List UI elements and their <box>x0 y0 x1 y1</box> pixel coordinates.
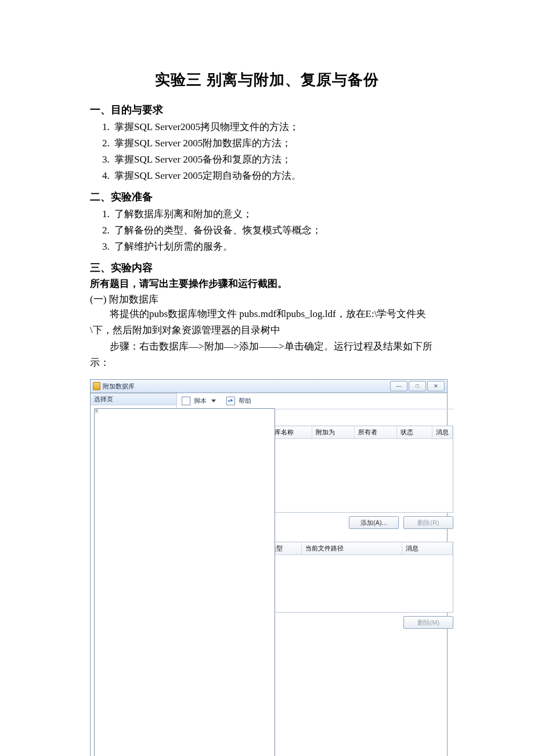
col-header[interactable]: 状态 <box>397 426 432 438</box>
col-header[interactable]: 消息 <box>402 542 453 555</box>
list-item: 掌握SQL Server 2005附加数据库的方法； <box>112 135 444 152</box>
dialog-title: 附加数据库 <box>103 382 135 391</box>
sub1-title: (一) 附加数据库 <box>90 293 444 306</box>
list-item: 掌握SQL Server 2005定期自动备份的方法。 <box>112 168 444 184</box>
section3-note: 所有题目，请写出主要操作步骤和运行截图。 <box>90 277 444 290</box>
doc-title: 实验三 别离与附加、复原与备份 <box>90 70 444 90</box>
section3-heading: 三、实验内容 <box>90 261 444 275</box>
list-item: 掌握SQL Server2005拷贝物理文件的方法； <box>112 119 444 135</box>
remove-button[interactable]: 删除(R) <box>403 516 453 529</box>
col-header[interactable]: 当前文件路径 <box>302 542 402 555</box>
add-button[interactable]: 添加(A)... <box>349 516 399 529</box>
col-header[interactable]: 附加为 <box>312 426 355 438</box>
list-item: 了解维护计划所需的服务。 <box>112 239 444 255</box>
help-icon <box>226 397 235 405</box>
sub1-para2: 步骤：右击数据库—>附加—>添加——>单击确定。运行过程及结果如下所示： <box>90 339 444 371</box>
select-page-header: 选择页 <box>91 393 176 405</box>
list-item: 了解备份的类型、备份设备、恢复模式等概念； <box>112 222 444 239</box>
sub1-para1: 将提供的pubs数据库物理文件 pubs.mdf和pubs_log.ldf，放在… <box>90 306 444 339</box>
script-icon <box>182 397 190 405</box>
page-icon <box>94 408 275 756</box>
list-item: 掌握SQL Server 2005备份和复原的方法； <box>112 152 444 168</box>
col-header[interactable]: 所有者 <box>355 426 397 438</box>
window-maximize-button[interactable]: □ <box>409 381 426 391</box>
toolbar-help[interactable]: 帮助 <box>239 397 251 405</box>
database-icon <box>93 382 100 390</box>
window-close-button[interactable]: ✕ <box>427 381 445 391</box>
remove-detail-button[interactable]: 删除(M) <box>403 616 453 629</box>
section2-heading: 二、实验准备 <box>90 190 444 204</box>
dropdown-arrow-icon[interactable] <box>211 399 216 402</box>
tree-item-general[interactable]: 常规 <box>94 408 173 756</box>
attach-db-dialog: 附加数据库 — □ ✕ 选择页 常规 连接 服务器: <box>90 379 448 756</box>
col-header[interactable]: 消息 <box>432 426 453 438</box>
list-item: 了解数据库别离和附加的意义； <box>112 206 444 222</box>
section1-heading: 一、目的与要求 <box>90 103 444 117</box>
window-minimize-button[interactable]: — <box>390 381 407 391</box>
dialog-titlebar[interactable]: 附加数据库 — □ ✕ <box>91 380 447 393</box>
toolbar-script[interactable]: 脚本 <box>194 397 207 405</box>
